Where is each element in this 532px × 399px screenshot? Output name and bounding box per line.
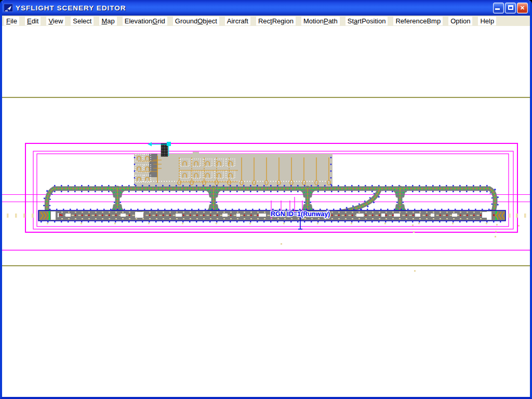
app-window: YSFLIGHT SCENERY EDITOR ✕ FileEditViewSe…	[0, 0, 532, 399]
window-title: YSFLIGHT SCENERY EDITOR	[16, 4, 126, 12]
menubar: FileEditViewSelectMapElevationGridGround…	[0, 16, 532, 26]
menu-item-option[interactable]: Option	[448, 17, 472, 25]
menu-item-select[interactable]: Select	[71, 17, 94, 25]
minimize-button[interactable]	[493, 3, 504, 14]
menu-item-rectregion[interactable]: RectRegion	[256, 17, 296, 25]
menu-item-view[interactable]: View	[46, 17, 65, 25]
menu-item-startposition[interactable]: StartPosition	[345, 17, 388, 25]
menu-item-map[interactable]: Map	[99, 17, 116, 25]
move-arrow-icon[interactable]	[148, 142, 152, 147]
maximize-button[interactable]	[505, 3, 516, 14]
region-label: RGN ID=1(Runway)	[271, 210, 330, 218]
menu-item-referencebmp[interactable]: ReferenceBmp	[393, 17, 443, 25]
menu-item-groundobject[interactable]: GroundObject	[173, 17, 219, 25]
menu-item-file[interactable]: File	[4, 17, 19, 25]
editor-canvas[interactable]: RGN ID=1(Runway)	[2, 26, 530, 397]
selection-handle[interactable]	[167, 142, 171, 146]
close-button[interactable]: ✕	[517, 3, 528, 14]
paper-plane-icon	[4, 4, 13, 12]
menu-item-elevationgrid[interactable]: ElevationGrid	[123, 17, 167, 25]
approach-lights	[7, 214, 526, 272]
menu-item-motionpath[interactable]: MotionPath	[301, 17, 340, 25]
menu-item-edit[interactable]: Edit	[25, 17, 41, 25]
title-bar[interactable]: YSFLIGHT SCENERY EDITOR ✕	[0, 0, 532, 16]
menu-item-aircraft[interactable]: Aircraft	[225, 17, 250, 25]
menu-item-help[interactable]: Help	[478, 17, 496, 25]
terminal-building[interactable]	[134, 152, 332, 186]
